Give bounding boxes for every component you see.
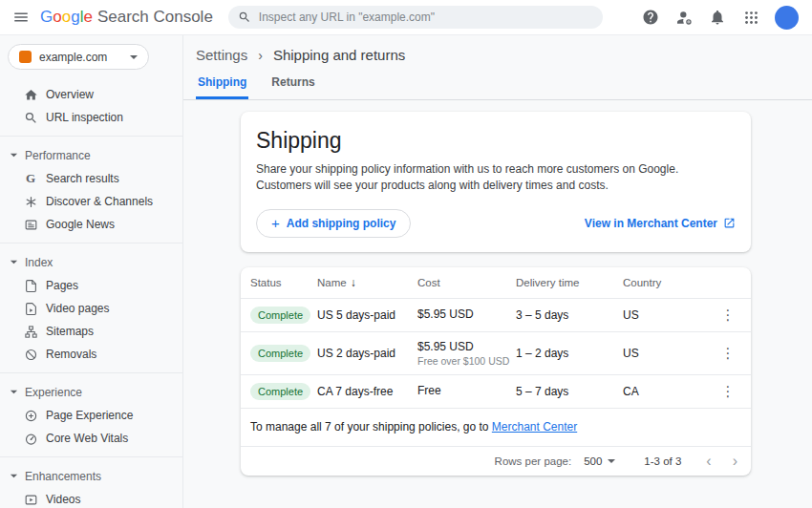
chevron-down-icon: [10, 151, 18, 159]
shipping-card: Shipping Share your shipping policy info…: [241, 112, 751, 252]
add-shipping-policy-button[interactable]: + Add shipping policy: [256, 209, 411, 238]
policy-delivery-time: 3 – 5 days: [516, 308, 623, 322]
sidebar-section-enhancements[interactable]: Enhancements: [0, 464, 182, 488]
breadcrumb: Settings › Shipping and returns: [196, 47, 812, 63]
search-input[interactable]: [259, 11, 599, 24]
policy-country: CA: [623, 385, 711, 398]
newspaper-icon: [23, 217, 38, 232]
column-header-cost: Cost: [417, 277, 516, 288]
video-file-icon: [23, 301, 38, 316]
chevron-down-icon: [608, 459, 615, 463]
sidebar-item-pages[interactable]: Pages: [0, 274, 182, 297]
row-menu-kebab-icon[interactable]: ⋮: [717, 345, 739, 362]
policy-name: US 2 days-paid: [317, 347, 417, 360]
search-icon: [238, 11, 251, 24]
file-icon: [23, 278, 38, 293]
tabbar: Shipping Returns: [183, 69, 812, 100]
sidebar-item-discover-channels[interactable]: Discover & Channels: [0, 190, 182, 213]
sidebar-item-video-pages[interactable]: Video pages: [0, 297, 182, 320]
column-header-delivery-time: Delivery time: [516, 277, 623, 288]
rows-per-page-select[interactable]: 500: [584, 455, 615, 467]
table-row: Complete US 2 days-paid $5.95 USDFree ov…: [241, 332, 751, 375]
url-inspect-searchbar[interactable]: [228, 6, 603, 29]
sidebar-item-page-experience[interactable]: Page Experience: [0, 404, 182, 427]
discover-asterisk-icon: [23, 194, 38, 209]
page-title: Shipping: [256, 128, 736, 154]
sidebar-item-search-results[interactable]: G Search results: [0, 167, 182, 190]
sidebar-item-videos[interactable]: Videos: [0, 488, 182, 508]
table-header-row: Status Name↓ Cost Delivery time Country: [241, 267, 751, 299]
divider: [0, 243, 182, 243]
sidebar-item-google-news[interactable]: Google News: [0, 213, 182, 236]
apps-grid-button[interactable]: [737, 4, 764, 31]
sidebar-section-performance[interactable]: Performance: [0, 143, 182, 167]
chevron-down-icon: [10, 388, 18, 396]
row-menu-kebab-icon[interactable]: ⋮: [717, 383, 739, 400]
apps-grid-icon: [743, 10, 759, 26]
merchant-center-link[interactable]: Merchant Center: [492, 420, 577, 434]
column-header-name[interactable]: Name↓: [317, 276, 417, 289]
sidebar-item-url-inspection[interactable]: URL inspection: [0, 106, 182, 129]
tab-shipping[interactable]: Shipping: [196, 69, 248, 99]
page-body: example.com Overview URL inspection Perf…: [0, 35, 812, 508]
external-link-icon: [723, 217, 736, 229]
row-menu-kebab-icon[interactable]: ⋮: [717, 307, 739, 324]
content-area: Shipping Share your shipping policy info…: [183, 100, 812, 476]
sidebar-item-sitemaps[interactable]: Sitemaps: [0, 320, 182, 343]
policy-name: US 5 days-paid: [317, 308, 417, 322]
sidebar-item-core-web-vitals[interactable]: Core Web Vitals: [0, 427, 182, 450]
property-selector[interactable]: example.com: [8, 44, 149, 70]
sidebar-item-removals[interactable]: Removals: [0, 343, 182, 366]
hamburger-icon: [12, 9, 30, 26]
product-name: Search Console: [97, 8, 213, 27]
sidebar-item-overview[interactable]: Overview: [0, 83, 182, 106]
property-name: example.com: [39, 51, 107, 64]
user-settings-button[interactable]: [671, 4, 697, 31]
app-logo[interactable]: Google Search Console: [40, 8, 213, 27]
view-in-merchant-center-link[interactable]: View in Merchant Center: [585, 217, 736, 230]
help-button[interactable]: [637, 4, 664, 31]
policy-cost: $5.95 USDFree over $100 USD: [417, 340, 516, 367]
status-badge: Complete: [250, 307, 310, 324]
rows-per-page-label: Rows per page:: [495, 455, 572, 467]
sitemap-icon: [23, 324, 38, 339]
policy-delivery-time: 1 – 2 days: [516, 347, 623, 360]
gauge-icon: [23, 431, 38, 446]
shipping-policies-table: Status Name↓ Cost Delivery time Country …: [241, 267, 751, 476]
circle-plus-icon: [23, 408, 38, 423]
column-header-status: Status: [250, 277, 317, 288]
pagination-range: 1-3 of 3: [644, 455, 681, 467]
policy-delivery-time: 5 – 7 days: [516, 385, 623, 398]
video-play-icon: [23, 492, 38, 507]
divider: [0, 136, 182, 137]
column-header-country: Country: [623, 277, 711, 288]
menu-button[interactable]: [8, 4, 34, 31]
table-footer-note: To manage all 7 of your shipping policie…: [241, 409, 751, 447]
sort-descending-icon: ↓: [351, 276, 356, 289]
search-icon: [23, 110, 38, 125]
sidebar-section-experience[interactable]: Experience: [0, 380, 182, 404]
policy-cost: Free: [417, 384, 516, 399]
next-page-icon[interactable]: ›: [733, 454, 737, 469]
policy-name: CA 7 days-free: [317, 385, 417, 398]
sidebar-section-index[interactable]: Index: [0, 250, 182, 274]
sidebar: example.com Overview URL inspection Perf…: [0, 35, 183, 508]
notifications-button[interactable]: [704, 4, 731, 31]
chevron-down-icon: [10, 258, 18, 266]
plus-icon: +: [271, 216, 280, 230]
breadcrumb-settings[interactable]: Settings: [196, 47, 247, 63]
policy-cost: $5.95 USD: [417, 307, 516, 323]
chevron-down-icon: [130, 55, 138, 59]
previous-page-icon[interactable]: ‹: [706, 454, 711, 469]
tab-returns[interactable]: Returns: [269, 69, 316, 99]
topbar: Google Search Console: [0, 0, 812, 35]
google-g-icon: G: [23, 171, 38, 186]
avatar[interactable]: [775, 6, 799, 30]
manage-accounts-icon: [675, 9, 694, 27]
bell-icon: [709, 9, 726, 26]
policy-country: US: [623, 347, 711, 360]
topbar-actions: [637, 4, 799, 31]
chevron-right-icon: ›: [258, 48, 263, 63]
status-badge: Complete: [250, 345, 310, 362]
shipping-description: Share your shipping policy information w…: [256, 161, 703, 195]
